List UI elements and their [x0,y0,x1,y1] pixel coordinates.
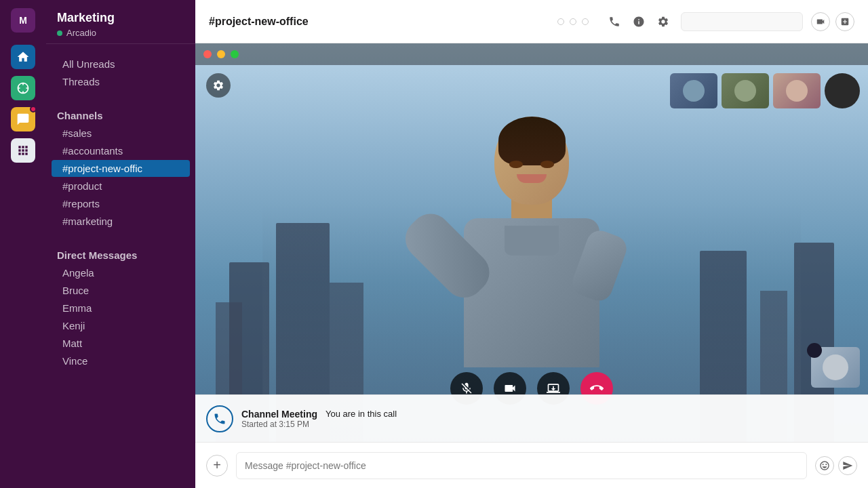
message-input[interactable] [236,452,807,479]
video-toggle-icon[interactable] [811,12,830,31]
thumbnail-bottom-right [811,347,860,388]
user-name: Arcadio [66,28,96,38]
sidebar-item-marketing[interactable]: #marketing [52,213,190,230]
sidebar-item-accountants[interactable]: #accountants [52,142,190,159]
send-icon[interactable] [838,456,857,475]
dot-1 [557,18,564,25]
dms-icon[interactable] [11,107,35,131]
sidebar: Marketing Arcadio All Unreads Threads Ch… [46,0,195,488]
topbar-dots [557,18,589,25]
sidebar-item-product[interactable]: #product [52,178,190,195]
sidebar-item-emma[interactable]: Emma [52,300,190,317]
sidebar-item-kenji[interactable]: Kenji [52,317,190,334]
video-settings-icon[interactable] [206,73,231,98]
thumbnail-3 [773,73,821,108]
call-title: Channel Meeting [241,409,317,420]
call-icon[interactable] [605,12,624,31]
window-chrome [195,43,868,65]
emoji-icon[interactable] [815,456,834,475]
search-input[interactable] [681,12,803,31]
call-started-time: Started at 3:15 PM [241,420,857,429]
thumbnail-dark [825,73,860,108]
dm-section: Direct Messages Angela Bruce Emma Kenji … [46,233,195,373]
sidebar-item-vince[interactable]: Vince [52,352,190,369]
video-call: Channel Meeting You are in this call Sta… [195,43,868,442]
main-content: #project-new-office [195,0,868,488]
sidebar-item-sales[interactable]: #sales [52,125,190,142]
dot-indicator [807,343,822,358]
mentions-icon[interactable] [11,76,35,100]
channels-header: Channels [46,104,195,124]
home-icon[interactable] [11,45,35,69]
topbar-right-icons [811,12,854,31]
window-close-btn[interactable] [203,50,212,58]
window-maximize-btn[interactable] [231,50,239,58]
workspace-name[interactable]: Marketing [57,11,184,25]
call-info: Channel Meeting You are in this call Sta… [241,409,857,429]
video-container: Channel Meeting You are in this call Sta… [195,43,868,488]
dot-3 [582,18,589,25]
thumbnails-container [670,73,860,108]
user-status: Arcadio [57,28,184,38]
icon-rail: M [0,0,46,488]
thumbnail-2 [722,73,769,108]
sidebar-item-project-new-office[interactable]: #project-new-offic [52,160,190,177]
message-bar: + [195,442,868,488]
workspace-avatar[interactable]: M [11,8,35,33]
add-attachment-button[interactable]: + [206,455,228,476]
sidebar-item-angela[interactable]: Angela [52,264,190,281]
window-minimize-btn[interactable] [217,50,225,58]
thumbnail-1 [670,73,717,108]
sidebar-item-matt[interactable]: Matt [52,335,190,352]
sidebar-item-bruce[interactable]: Bruce [52,282,190,299]
message-right-icons [815,456,857,475]
info-icon[interactable] [629,12,648,31]
channel-title: #project-new-office [209,16,549,28]
sidebar-item-threads[interactable]: Threads [52,73,190,90]
add-icon[interactable] [835,12,854,31]
call-notification: Channel Meeting You are in this call Sta… [195,394,868,442]
call-phone-icon [206,405,233,432]
nav-section: All Unreads Threads [46,44,195,94]
call-desc: You are in this call [326,409,397,419]
dot-2 [570,18,576,25]
apps-icon[interactable] [11,138,35,163]
status-dot [57,30,62,36]
topbar: #project-new-office [195,0,868,43]
sidebar-header: Marketing Arcadio [46,0,195,44]
sidebar-item-reports[interactable]: #reports [52,195,190,212]
settings-icon[interactable] [654,12,673,31]
channels-section: Channels #sales #accountants #project-ne… [46,94,195,233]
topbar-icons [605,12,673,31]
dm-header: Direct Messages [46,244,195,264]
notification-badge [30,106,37,113]
sidebar-item-all-unreads[interactable]: All Unreads [52,56,190,73]
